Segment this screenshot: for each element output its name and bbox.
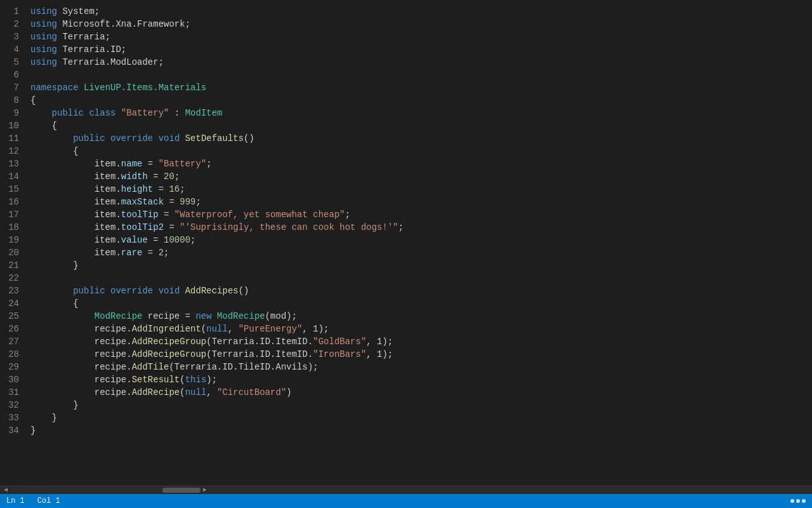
token: "Waterproof, yet somewhat cheap"	[174, 210, 345, 220]
token: 20	[164, 171, 174, 182]
token: void	[159, 133, 180, 144]
token: item.	[30, 235, 121, 245]
token: (	[180, 387, 185, 398]
token: new	[195, 311, 211, 321]
line-num-4: 4	[6, 43, 19, 56]
token: (Terraria.ID.ItemID.	[206, 337, 313, 347]
token: SetDefaults	[185, 133, 244, 144]
editor-area: 1234567891011121314151617181920212223242…	[0, 0, 812, 486]
line-num-29: 29	[6, 361, 19, 373]
line-num-18: 18	[6, 221, 19, 234]
token: :	[169, 108, 185, 118]
token: class	[89, 108, 115, 118]
dot-2	[796, 499, 800, 503]
line-num-19: 19	[6, 234, 19, 246]
token: using	[30, 19, 57, 29]
line-num-22: 22	[6, 272, 19, 284]
token: ;	[345, 210, 350, 220]
token: ;	[195, 197, 200, 207]
code-line-15: item.height = 16;	[30, 183, 812, 196]
line-num-5: 5	[6, 56, 19, 69]
line-label: Ln 1	[6, 495, 25, 507]
token: =	[164, 197, 180, 207]
token	[79, 83, 84, 93]
token: ,	[228, 324, 239, 334]
code-line-22	[30, 272, 812, 284]
line-num-23: 23	[6, 284, 19, 297]
token: using	[30, 44, 57, 55]
horizontal-scrollbar[interactable]	[162, 488, 200, 493]
token: {	[30, 298, 79, 309]
token: name	[121, 159, 143, 169]
token: Terraria.ModLoader;	[57, 57, 164, 67]
token: public	[73, 133, 105, 144]
line-num-2: 2	[6, 18, 19, 30]
token	[180, 133, 185, 144]
token: {	[30, 95, 36, 105]
token: item.	[30, 197, 121, 207]
code-line-27: recipe.AddRecipeGroup(Terraria.ID.ItemID…	[30, 335, 812, 348]
line-num-16: 16	[6, 196, 19, 208]
token: this	[185, 375, 207, 385]
token: LivenUP.Items.Materials	[84, 83, 206, 93]
code-content[interactable]: using System;using Microsoft.Xna.Framewo…	[25, 0, 812, 486]
dot-1	[790, 499, 794, 503]
token	[153, 286, 158, 296]
token: {	[30, 146, 79, 156]
token: AddRecipes	[185, 286, 239, 296]
token: (mod);	[265, 311, 297, 321]
token: =	[142, 248, 158, 258]
code-line-1: using System;	[30, 5, 812, 18]
token: Terraria;	[57, 32, 110, 42]
token: override	[110, 133, 153, 144]
token: ;	[164, 248, 169, 258]
token: ModRecipe	[95, 311, 143, 321]
token: Microsoft.Xna.Framework;	[57, 19, 190, 29]
token: recipe.	[30, 349, 132, 359]
code-container[interactable]: 1234567891011121314151617181920212223242…	[0, 0, 812, 486]
code-line-28: recipe.AddRecipeGroup(Terraria.ID.ItemID…	[30, 348, 812, 361]
line-num-13: 13	[6, 157, 19, 170]
token: =	[159, 210, 174, 220]
token: , 1);	[366, 349, 393, 359]
token: ,	[206, 387, 217, 398]
token	[105, 133, 110, 144]
token: toolTip2	[121, 222, 164, 232]
token: Terraria.ID;	[57, 44, 126, 55]
token: public	[52, 108, 84, 118]
token: item.	[30, 222, 121, 232]
token: (Terraria.ID.ItemID.	[206, 349, 313, 359]
token: "CircutBoard"	[217, 387, 286, 398]
token: ;	[190, 235, 195, 245]
code-line-16: item.maxStack = 999;	[30, 196, 812, 208]
token: item.	[30, 184, 121, 194]
code-line-23: public override void AddRecipes()	[30, 284, 812, 297]
token: ;	[174, 171, 180, 182]
token: 999	[180, 197, 195, 207]
line-num-10: 10	[6, 119, 19, 132]
code-line-26: recipe.AddIngredient(null, "PureEnergy",…	[30, 323, 812, 335]
token: "IronBars"	[313, 349, 366, 359]
line-num-30: 30	[6, 373, 19, 386]
token: (Terraria.ID.TileID.Anvils);	[169, 362, 318, 372]
token: 2	[159, 248, 164, 258]
line-num-26: 26	[6, 323, 19, 335]
code-line-31: recipe.AddRecipe(null, "CircutBoard")	[30, 386, 812, 399]
line-num-9: 9	[6, 107, 19, 119]
token: using	[30, 6, 57, 17]
token: recipe =	[142, 311, 195, 321]
token: item.	[30, 171, 121, 182]
token: AddIngredient	[132, 324, 201, 334]
token: using	[30, 57, 57, 67]
token: AddRecipeGroup	[132, 349, 207, 359]
status-line: Ln 1	[6, 495, 25, 507]
line-num-25: 25	[6, 310, 19, 323]
line-num-24: 24	[6, 297, 19, 310]
token: item.	[30, 248, 121, 258]
line-num-6: 6	[6, 69, 19, 81]
token: ;	[180, 184, 185, 194]
code-line-19: item.value = 10000;	[30, 234, 812, 246]
line-num-32: 32	[6, 399, 19, 411]
code-line-13: item.name = "Battery";	[30, 157, 812, 170]
token: item.	[30, 159, 121, 169]
